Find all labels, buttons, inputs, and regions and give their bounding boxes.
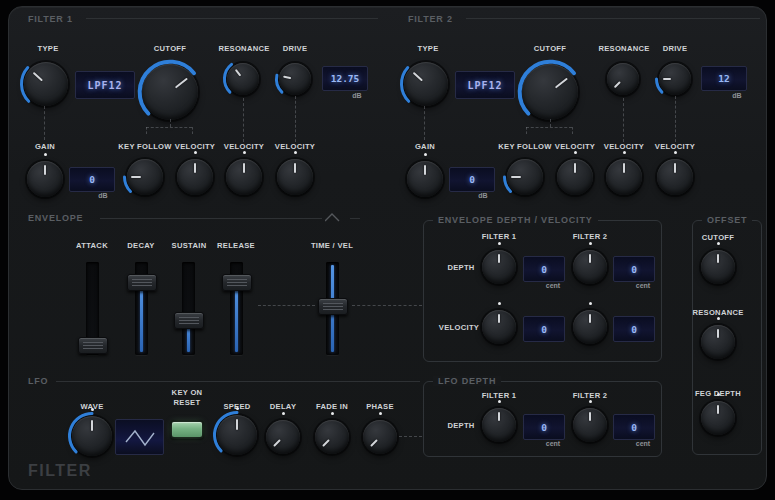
sustain-label: SUSTAIN [172,241,207,250]
envelope-header-line [100,218,322,219]
offset-cutoff-knob[interactable] [701,250,735,284]
env-velocity-f1-knob[interactable] [482,310,516,344]
lfo-wave-knob[interactable] [72,416,112,456]
connector-dash [526,127,572,128]
lfo-depth-f1-knob[interactable] [482,408,516,442]
filter2-gain-knob[interactable] [407,161,443,197]
connector-dash [258,305,315,306]
filter1-resonance-knob[interactable] [227,63,259,95]
filter1-gain-label: GAIN [35,142,55,151]
lfo-depth-f1-unit: cent [546,440,560,447]
env-depth-f1-display[interactable]: 0 [523,256,565,282]
time-vel-slider[interactable] [326,262,339,355]
filter1-drive-label: DRIVE [283,44,308,53]
env-velocity-f2-knob[interactable] [573,310,607,344]
connector-dash [192,127,193,134]
filter2-velocity3-knob[interactable] [657,159,693,195]
connector-dash [295,96,296,142]
sustain-slider[interactable] [182,262,195,355]
offset-resonance-knob[interactable] [701,325,735,359]
filter2-cutoff-knob[interactable] [522,64,578,120]
filter1-cutoff-knob[interactable] [142,64,198,120]
triangle-wave-icon [120,424,160,450]
env-depth-filter2-col: FILTER 2 [573,232,608,241]
filter1-velocity2-label: VELOCITY [224,142,264,151]
filter1-velocity3-knob[interactable] [277,159,313,195]
lfo-wave-display[interactable] [115,419,164,455]
env-depth-f2-unit: cent [636,282,650,289]
offset-header: OFFSET [702,215,752,225]
key-on-reset-button[interactable] [170,420,204,439]
lfo-depth-f2-display[interactable]: 0 [613,414,655,440]
filter2-type-display[interactable]: LPF12 [455,71,515,99]
connector-dash [424,106,425,140]
filter2-velocity2-knob[interactable] [606,159,642,195]
filter1-keyfollow-knob[interactable] [127,159,163,195]
lfo-depth-f1-display[interactable]: 0 [523,414,565,440]
filter1-header-line [86,18,378,19]
release-label: RELEASE [217,241,255,250]
lfo-header: LFO [28,376,48,386]
lfo-phase-knob[interactable] [363,420,397,454]
filter2-keyfollow-knob[interactable] [507,159,543,195]
filter1-drive-display[interactable]: 12.75 [322,66,368,91]
filter1-drive-knob[interactable] [279,63,311,95]
filter1-keyfollow-label: KEY FOLLOW [118,142,171,151]
filter2-header-line [466,18,760,19]
env-depth-f1-knob[interactable] [482,250,516,284]
filter1-gain-display[interactable]: 0 [69,167,115,192]
release-slider[interactable] [230,262,243,355]
decay-slider[interactable] [135,262,148,355]
lfo-delay-knob[interactable] [266,420,300,454]
page-title: FILTER [28,462,92,480]
lfo-fade-in-knob[interactable] [315,420,349,454]
env-depth-f2-display[interactable]: 0 [613,256,655,282]
filter1-type-display[interactable]: LPF12 [75,71,135,99]
time-vel-label: TIME / VEL [311,241,353,250]
env-velocity-f1-display[interactable]: 0 [523,316,565,342]
filter1-resonance-label: RESONANCE [218,44,269,53]
envelope-depth-header: ENVELOPE DEPTH / VELOCITY [433,215,598,225]
filter1-velocity2-knob[interactable] [226,159,262,195]
filter2-gain-label: GAIN [415,142,435,151]
filter2-drive-display[interactable]: 12 [701,66,747,91]
connector-dash [146,127,147,134]
connector-dash [170,119,171,127]
filter1-type-knob[interactable] [24,62,68,106]
env-depth-f1-unit: cent [546,282,560,289]
connector-dash [526,127,527,134]
filter2-gain-display[interactable]: 0 [449,167,495,192]
filter1-gain-unit: dB [98,192,107,199]
filter1-velocity1-knob[interactable] [177,159,213,195]
filter2-velocity1-knob[interactable] [557,159,593,195]
attack-slider[interactable] [86,262,99,355]
filter2-drive-unit: dB [732,92,741,99]
filter2-resonance-label: RESONANCE [598,44,649,53]
connector-dash [44,106,45,140]
lfo-depth-f2-unit: cent [636,440,650,447]
filter1-header: FILTER 1 [28,14,73,24]
env-velocity-f2-display[interactable]: 0 [613,316,655,342]
lfo-fade-in-label: FADE IN [316,402,348,411]
offset-cutoff-label: CUTOFF [702,233,734,242]
filter2-type-knob[interactable] [404,62,448,106]
filter2-type-label: TYPE [417,44,438,53]
lfo-depth-f2-knob[interactable] [573,408,607,442]
connector-dash [243,98,244,142]
filter2-resonance-knob[interactable] [607,63,639,95]
connector-dash [675,96,676,142]
filter1-cutoff-label: CUTOFF [154,44,186,53]
lfo-delay-label: DELAY [270,402,297,411]
filter2-keyfollow-label: KEY FOLLOW [498,142,551,151]
filter1-gain-knob[interactable] [27,161,63,197]
filter2-gain-unit: dB [478,192,487,199]
connector-dash [352,305,422,306]
connector-dash [623,98,624,142]
lfo-speed-knob[interactable] [217,415,257,455]
filter2-drive-knob[interactable] [659,63,691,95]
green-led-lens [172,422,202,437]
env-depth-f2-knob[interactable] [573,250,607,284]
envelope-shape-icon [325,211,347,224]
offset-feg-depth-knob[interactable] [701,401,735,435]
env-velocity-row-label: VELOCITY [439,323,479,332]
